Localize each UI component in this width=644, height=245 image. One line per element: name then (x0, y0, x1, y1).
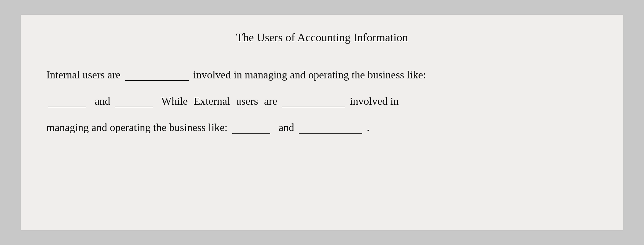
line2-part6: involved in (350, 95, 399, 107)
blank-5[interactable] (232, 133, 270, 134)
line2-part2: While (161, 95, 188, 107)
line3-part1: managing and operating the business like… (46, 122, 227, 133)
line1-part2: involved in managing and operating the b… (193, 69, 426, 81)
blank-2[interactable] (48, 107, 86, 107)
blank-3[interactable] (115, 107, 153, 107)
line2-part3: External (194, 95, 230, 107)
line1-part1: Internal users are (46, 69, 121, 81)
line2-part1: and (95, 95, 110, 107)
paragraph-1: Internal users are involved in managing … (46, 63, 598, 87)
paragraph-2: and While External users are involved in (46, 89, 598, 113)
content-area: Internal users are involved in managing … (46, 63, 598, 142)
page-title: The Users of Accounting Information (236, 31, 408, 44)
blank-4[interactable] (282, 107, 345, 107)
line2-part5: are (264, 95, 277, 107)
line3-part2: and (279, 122, 294, 133)
blank-6[interactable] (299, 133, 362, 134)
main-card: The Users of Accounting Information Inte… (21, 15, 623, 230)
line2-part4: users (236, 95, 258, 107)
line3-period: . (367, 122, 370, 133)
blank-1[interactable] (125, 80, 189, 81)
paragraph-3: managing and operating the business like… (46, 116, 598, 140)
